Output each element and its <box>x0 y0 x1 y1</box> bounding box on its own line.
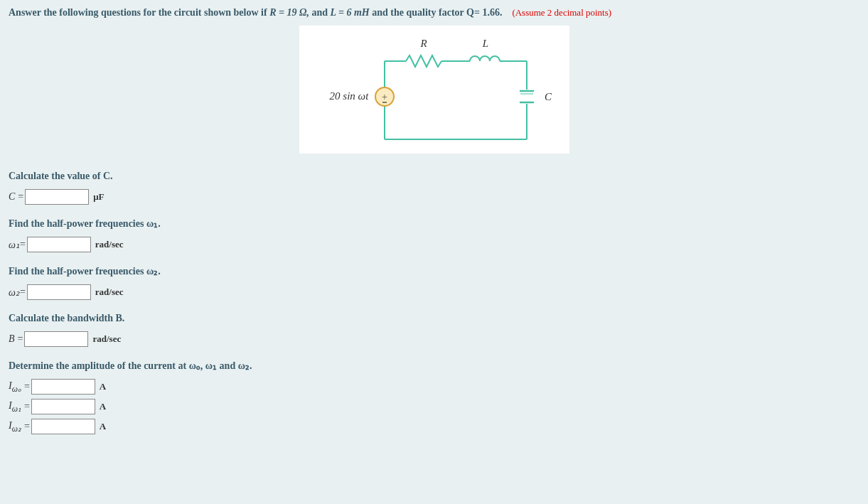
L-label: L <box>481 38 488 49</box>
circuit-svg: + 20 sin ωt R L C <box>299 26 569 154</box>
Iwo-input[interactable] <box>31 379 95 395</box>
section-title-current: Determine the amplitude of the current a… <box>9 360 859 372</box>
section-calc-c: Calculate the value of C. C= μF <box>9 171 859 205</box>
question-L: L = 6 mH <box>330 7 369 18</box>
section-current: Determine the amplitude of the current a… <box>9 360 859 434</box>
R-label: R <box>419 38 427 49</box>
B-input[interactable] <box>24 331 88 347</box>
Iw1-eq: = <box>24 401 30 412</box>
B-var-label: B <box>9 333 15 345</box>
section-w1: Find the half-power frequencies ω₁. ω₁ =… <box>9 218 859 252</box>
section-title-w2: Find the half-power frequencies ω₂. <box>9 265 859 277</box>
question-R: R = 19 Ω, <box>269 7 309 18</box>
Iw2-eq: = <box>24 421 30 432</box>
Iw1-input[interactable] <box>31 399 95 414</box>
C-eq: = <box>18 191 23 203</box>
w1-input[interactable] <box>27 237 91 252</box>
question-prefix: Answer the following questions for the c… <box>9 7 269 18</box>
Iwo-unit: A <box>100 381 106 392</box>
Iwo-var-label: Iωₒ <box>9 380 21 394</box>
C-label: C <box>545 91 552 102</box>
w2-input[interactable] <box>27 284 91 300</box>
Iw1-var-label: Iω₁ <box>9 400 21 414</box>
C-var-label: C <box>9 191 15 203</box>
Iw2-input[interactable] <box>31 419 95 434</box>
section-w2: Find the half-power frequencies ω₂. ω₂ =… <box>9 265 859 300</box>
Iw1-unit: A <box>100 401 106 412</box>
Iw2-var-label: Iω₂ <box>9 420 21 434</box>
B-unit: rad/sec <box>92 333 121 345</box>
w1-eq: = <box>20 239 26 250</box>
circuit-diagram: + 20 sin ωt R L C <box>9 26 859 156</box>
w2-var-label: ω₂ <box>9 286 20 299</box>
w1-unit: rad/sec <box>95 239 124 250</box>
question-suffix: and the quality factor Q= 1.66. <box>372 7 502 18</box>
section-title-B: Calculate the bandwidth B. <box>9 313 859 324</box>
question-header: Answer the following questions for the c… <box>9 7 859 18</box>
svg-text:+: + <box>382 92 387 102</box>
section-title-c: Calculate the value of C. <box>9 171 859 182</box>
w2-eq: = <box>20 286 26 298</box>
C-unit: μF <box>93 191 104 203</box>
B-eq: = <box>18 333 23 345</box>
section-B: Calculate the bandwidth B. B= rad/sec <box>9 313 859 347</box>
Iwo-eq: = <box>24 381 30 392</box>
w2-unit: rad/sec <box>95 286 124 298</box>
Iw2-unit: A <box>100 421 106 432</box>
question-and: and <box>311 7 330 18</box>
source-label: 20 sin ωt <box>329 90 369 102</box>
w1-var-label: ω₁ <box>9 239 20 251</box>
C-input[interactable] <box>25 189 89 205</box>
question-assume: (Assume 2 decimal points) <box>512 7 611 18</box>
section-title-w1: Find the half-power frequencies ω₁. <box>9 218 859 230</box>
